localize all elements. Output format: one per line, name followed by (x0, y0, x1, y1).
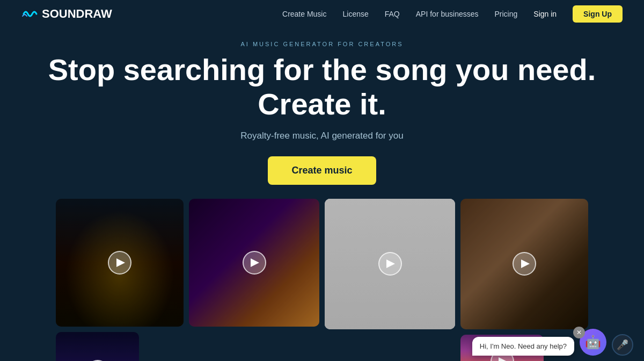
nav-create-music[interactable]: Create Music (282, 10, 326, 18)
signup-button[interactable]: Sign Up (573, 5, 623, 23)
hero-subtitle: Royalty-free music, AI generated for you (11, 131, 633, 141)
chat-widget: ✕ Hi, I'm Neo. Need any help? 🤖 🎤 (472, 329, 633, 356)
hero-title-line2: Create it. (258, 87, 386, 121)
play-concert[interactable] (108, 251, 131, 275)
gallery-item-city[interactable] (56, 332, 139, 361)
piano-overlay (460, 199, 588, 329)
create-music-button[interactable]: Create music (268, 156, 376, 185)
navbar: SOUNDRAW Create Music License FAQ API fo… (0, 0, 644, 28)
gallery-item-concert[interactable] (56, 199, 184, 327)
gallery-col-left (56, 199, 184, 361)
signin-button[interactable]: Sign in (533, 10, 557, 18)
city-overlay (56, 332, 139, 361)
hero-section: AI MUSIC GENERATOR FOR CREATORS Stop sea… (0, 28, 644, 185)
nav-links: Create Music License FAQ API for busines… (282, 5, 623, 23)
chat-mic-button[interactable]: 🎤 (612, 334, 633, 356)
chat-bubble: Hi, I'm Neo. Need any help? (472, 337, 574, 356)
hero-eyebrow: AI MUSIC GENERATOR FOR CREATORS (11, 41, 633, 47)
logo-icon (21, 5, 39, 23)
play-dancer[interactable] (378, 252, 402, 276)
nav-api[interactable]: API for businesses (416, 10, 479, 18)
logo[interactable]: SOUNDRAW (21, 5, 112, 23)
play-disco[interactable] (243, 251, 266, 275)
play-piano[interactable] (513, 252, 536, 276)
nav-pricing[interactable]: Pricing (495, 10, 518, 18)
hero-title-line1: Stop searching for the song you need. (48, 53, 596, 86)
gallery-col-center (325, 199, 455, 329)
nav-license[interactable]: License (342, 10, 368, 18)
dancer-overlay (325, 199, 455, 329)
logo-text: SOUNDRAW (42, 7, 112, 21)
gallery-item-piano[interactable] (460, 199, 588, 329)
chat-close-button[interactable]: ✕ (573, 327, 585, 338)
hero-title: Stop searching for the song you need. Cr… (11, 53, 633, 122)
gallery-col-center-left (189, 199, 319, 327)
nav-faq[interactable]: FAQ (385, 10, 400, 18)
gallery-item-disco[interactable] (189, 199, 319, 327)
concert-overlay (56, 199, 184, 327)
disco-overlay (189, 199, 319, 327)
gallery-item-dancer[interactable] (325, 199, 455, 329)
